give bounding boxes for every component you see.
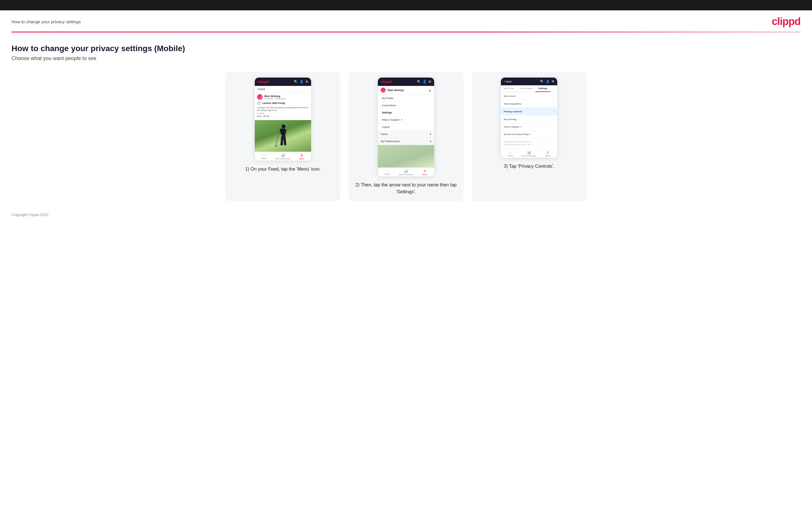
phone1-logo: clippd — [258, 79, 268, 84]
phone3-topbar: < Back 🔍 👤 ⚙ — [501, 77, 557, 85]
phone2-background-peek — [378, 145, 434, 167]
version-line1: Clippd Client Version: 2022.8.3-3 — [504, 140, 554, 143]
chevron-down-icon: ▾ — [430, 133, 431, 135]
phone2-menu-settings[interactable]: Settings — [378, 109, 434, 116]
phone3-bottom-nav: ⌂ Home 📊 My Performance ☰ Menu — [501, 149, 557, 158]
phone3-nav-performance[interactable]: 📊 My Performance — [519, 151, 538, 157]
phone1-nav-performance[interactable]: 📊 My Performance — [273, 153, 292, 160]
phone2-nav-performance[interactable]: 📊 My Performance — [397, 169, 415, 175]
settings-help-support[interactable]: Help & Support ↗ — [501, 123, 557, 131]
phone2-bottom-nav: ⌂ Home 📊 My Performance ✕ Menu — [378, 167, 434, 176]
settings-service-privacy[interactable]: Service & Privacy Policy ↗ — [501, 131, 557, 138]
phone2-menu-connections[interactable]: Connections — [378, 102, 434, 109]
search-icon: 🔍 — [540, 79, 544, 83]
phone2-user-dropdown[interactable]: Blair McHarg ▲ — [378, 86, 434, 95]
settings-icon: ⚙ — [428, 80, 431, 83]
tab-connections[interactable]: Connections — [517, 85, 536, 92]
phone1-lesson-desc: Looking to feel like my hands are exitin… — [257, 106, 309, 111]
search-icon: 🔍 — [294, 80, 298, 83]
chevron-down-icon: ▾ — [430, 140, 431, 143]
phone3-nav-menu[interactable]: ☰ Menu — [539, 151, 557, 157]
settings-my-golf-bag[interactable]: My Golf Bag › — [501, 115, 557, 123]
step-2-caption: 2) Then, tap the arrow next to your name… — [354, 181, 458, 195]
my-account-label: My Account — [504, 95, 515, 97]
phone3-tabs: My Profile Connections Settings — [501, 85, 557, 92]
tab-settings[interactable]: Settings — [536, 85, 550, 92]
data-integrations-label: Data Integrations — [504, 103, 521, 105]
phone2-nav-performance-label: My Performance — [399, 173, 413, 175]
breadcrumb: How to change your privacy settings — [11, 19, 81, 24]
phone3-nav-home[interactable]: ⌂ Home — [501, 151, 519, 157]
step-2-card: clippd 🔍 👤 ⚙ Blair McHarg ▲ — [349, 72, 463, 201]
phone3-icons: 🔍 👤 ⚙ — [540, 79, 554, 83]
settings-privacy-controls[interactable]: Privacy Controls › — [501, 108, 557, 115]
step-3-card: < Back 🔍 👤 ⚙ My Profile Connections Sett… — [471, 72, 587, 201]
step-3-caption: 3) Tap 'Privacy Controls'. — [504, 163, 554, 170]
phone1-nav-home-label: Home — [261, 157, 267, 159]
phone1-topbar: clippd 🔍 👤 ⚙ — [255, 77, 311, 86]
phone2-menu-my-profile[interactable]: My Profile — [378, 95, 434, 102]
footer: Copyright Clippd 2022 — [0, 207, 812, 223]
chevron-right-icon: › — [554, 95, 554, 97]
phone3-back-button[interactable]: < Back — [504, 80, 512, 83]
settings-data-integrations[interactable]: Data Integrations › — [501, 100, 557, 108]
version-line2: GQL Server Version: 2022.7.30-1 — [504, 143, 554, 146]
home-label: Home — [381, 133, 388, 135]
user-icon: 👤 — [546, 79, 550, 83]
phone2-nav-close[interactable]: ✕ Menu — [415, 169, 434, 175]
phone2-nav-close-label: Menu — [422, 173, 427, 175]
phone2-logo: clippd — [381, 79, 392, 84]
menu-icon: ☰ — [546, 151, 549, 154]
main-content: How to change your privacy settings (Mob… — [0, 33, 812, 207]
phone3-nav-menu-label: Menu — [546, 155, 551, 157]
search-icon: 🔍 — [417, 80, 421, 83]
header: How to change your privacy settings clip… — [0, 10, 812, 32]
chart-icon: 📊 — [404, 169, 408, 173]
phone3-settings-list: My Account › Data Integrations › Privacy… — [501, 92, 557, 138]
user-icon: 👤 — [423, 80, 427, 83]
phone1-duration-label: Duration — [257, 112, 309, 114]
settings-icon: ⚙ — [305, 80, 308, 83]
phone3-nav-performance-label: My Performance — [521, 155, 536, 157]
logo: clippd — [772, 15, 801, 27]
my-golf-bag-label: My Golf Bag — [504, 118, 516, 121]
svg-point-0 — [282, 124, 286, 128]
phone2-nav-home[interactable]: ⌂ Home — [378, 169, 397, 175]
phone1-avatar — [257, 94, 263, 100]
steps-row: clippd 🔍 👤 ⚙ Feed Blair McHarg — [11, 72, 801, 201]
chart-icon: 📊 — [527, 151, 531, 154]
service-privacy-label: Service & Privacy Policy ↗ — [504, 133, 531, 135]
phone1-icons: 🔍 👤 ⚙ — [294, 80, 308, 83]
chevron-right-icon: › — [554, 102, 554, 105]
phone1-lesson-title: Lesson with Fordy — [262, 102, 285, 105]
phone1-nav-menu-label: Menu — [299, 158, 305, 160]
svg-rect-5 — [283, 136, 287, 145]
phone2-menu-help[interactable]: Help & Support ↗ — [378, 116, 434, 123]
page-heading: How to change your privacy settings (Mob… — [11, 44, 801, 53]
phone1-nav-menu[interactable]: ☰ Menu — [293, 153, 311, 160]
performance-label: My Performance — [381, 140, 400, 143]
phone1-nav-home[interactable]: ⌂ Home — [255, 153, 273, 160]
phone2-nav-home-label: Home — [385, 173, 390, 175]
step-1-caption: 1) On your Feed, tap the 'Menu' icon. — [245, 166, 320, 173]
settings-my-account[interactable]: My Account › — [501, 92, 557, 100]
phone2-icons: 🔍 👤 ⚙ — [417, 80, 431, 83]
golfer-silhouette — [274, 123, 292, 152]
home-icon: ⌂ — [509, 151, 511, 154]
phone2-section-performance[interactable]: My Performance ▾ — [378, 138, 434, 145]
phone3-nav-home-label: Home — [507, 155, 513, 157]
phone2-topbar: clippd 🔍 👤 ⚙ — [378, 77, 434, 86]
phone-2-mockup: clippd 🔍 👤 ⚙ Blair McHarg ▲ — [378, 77, 434, 176]
chevron-right-icon: › — [554, 110, 554, 113]
phone2-avatar — [381, 88, 386, 93]
phone2-section-list: Home ▾ My Performance ▾ — [378, 131, 434, 145]
phone2-menu-logout[interactable]: Logout — [378, 123, 434, 131]
privacy-controls-label: Privacy Controls — [504, 110, 522, 113]
chart-icon: 📊 — [281, 153, 285, 157]
phone2-section-home[interactable]: Home ▾ — [378, 131, 434, 138]
settings-icon: ⚙ — [552, 79, 554, 83]
tab-my-profile[interactable]: My Profile — [501, 85, 517, 92]
phone2-menu-list: My Profile Connections Settings Help & S… — [378, 95, 434, 131]
phone1-username: Blair McHarg — [264, 95, 286, 98]
svg-rect-7 — [275, 146, 277, 147]
